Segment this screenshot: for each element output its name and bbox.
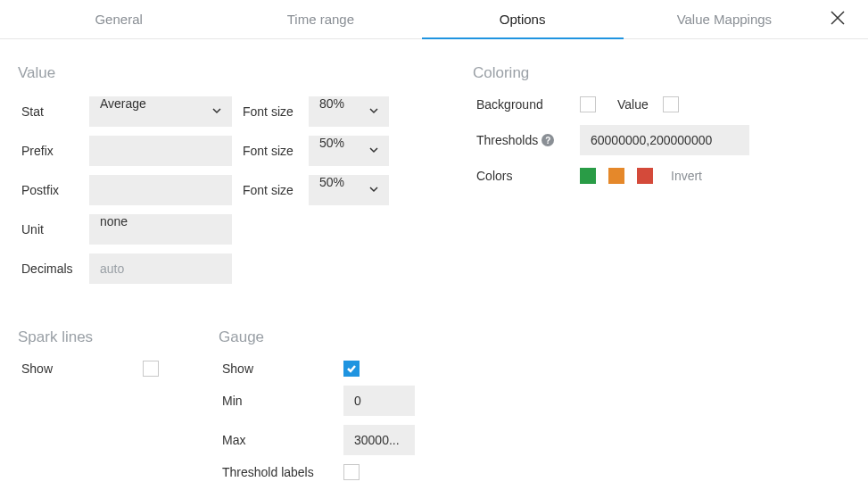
tab-general[interactable]: General [18, 0, 219, 38]
section-gauge-title: Gauge [219, 328, 459, 346]
stat-fontsize-value: 80% [309, 96, 355, 127]
stat-select[interactable]: Average [89, 96, 232, 127]
invert-button[interactable]: Invert [671, 169, 702, 183]
postfix-fontsize-label: Font size [243, 183, 309, 197]
thresholds-label: Thresholds ? [473, 133, 580, 147]
check-icon [346, 363, 357, 374]
gauge-threshold-labels-label: Threshold labels [219, 465, 343, 479]
prefix-fontsize-label: Font size [243, 144, 309, 158]
close-icon [830, 10, 846, 29]
gauge-max-input[interactable] [343, 425, 415, 455]
color-swatch-orange[interactable] [608, 168, 624, 184]
color-swatch-green[interactable] [580, 168, 596, 184]
decimals-input[interactable] [89, 253, 232, 284]
chevron-down-icon [368, 104, 380, 120]
spark-show-checkbox[interactable] [143, 361, 159, 377]
gauge-max-label: Max [219, 433, 343, 447]
chevron-down-icon [368, 183, 380, 198]
stat-fontsize-select[interactable]: 80% [309, 96, 389, 127]
spark-show-label: Show [18, 361, 143, 376]
tab-time-range[interactable]: Time range [219, 0, 421, 38]
prefix-fontsize-select[interactable]: 50% [309, 136, 389, 166]
section-spark-title: Spark lines [18, 328, 219, 346]
close-button[interactable] [825, 10, 850, 29]
prefix-input[interactable] [89, 136, 232, 166]
value-color-checkbox[interactable] [663, 96, 679, 112]
tabs-bar: General Time range Options Value Mapping… [0, 0, 868, 39]
prefix-label: Prefix [18, 144, 89, 158]
gauge-show-label: Show [219, 361, 343, 376]
postfix-label: Postfix [18, 183, 89, 197]
gauge-min-label: Min [219, 394, 343, 408]
section-coloring-title: Coloring [473, 64, 850, 82]
postfix-fontsize-select[interactable]: 50% [309, 175, 389, 205]
tab-value-mappings[interactable]: Value Mappings [624, 0, 825, 38]
prefix-fontsize-value: 50% [309, 136, 355, 166]
background-checkbox[interactable] [580, 96, 596, 112]
postfix-fontsize-value: 50% [309, 175, 355, 205]
unit-select-value: none [89, 214, 138, 245]
postfix-input[interactable] [89, 175, 232, 205]
gauge-threshold-labels-checkbox[interactable] [343, 464, 360, 480]
unit-select[interactable]: none [89, 214, 232, 245]
help-icon[interactable]: ? [541, 134, 554, 146]
stat-label: Stat [18, 104, 89, 119]
thresholds-input[interactable] [580, 125, 749, 155]
unit-label: Unit [18, 222, 89, 237]
gauge-show-checkbox[interactable] [343, 361, 360, 377]
stat-fontsize-label: Font size [243, 104, 309, 119]
value-color-label: Value [617, 97, 649, 112]
chevron-down-icon [211, 104, 223, 120]
stat-select-value: Average [89, 96, 157, 127]
color-swatch-red[interactable] [637, 168, 653, 184]
chevron-down-icon [368, 144, 380, 159]
gauge-min-input[interactable] [343, 386, 415, 416]
tab-options[interactable]: Options [422, 0, 624, 38]
thresholds-label-text: Thresholds [476, 133, 538, 147]
colors-label: Colors [473, 169, 580, 183]
background-label: Background [473, 97, 580, 112]
decimals-label: Decimals [18, 262, 89, 276]
section-value-title: Value [18, 64, 455, 82]
